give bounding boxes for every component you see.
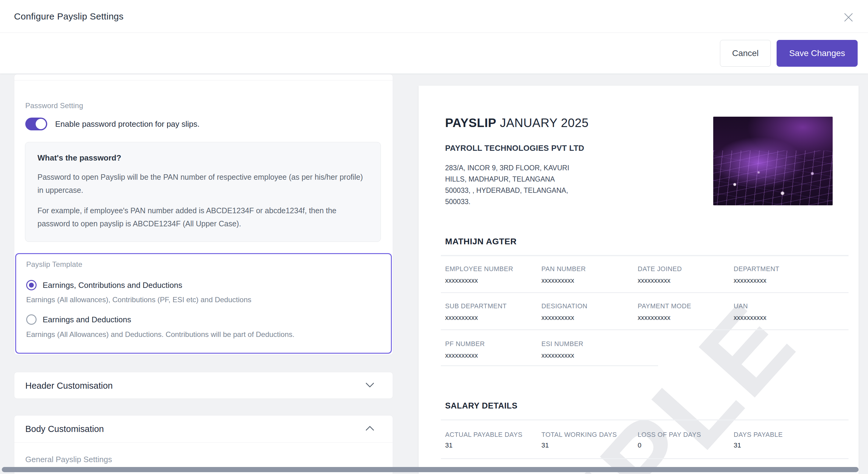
save-changes-button[interactable]: Save Changes [777, 40, 858, 67]
payslip-title-bold: PAYSLIP [445, 116, 496, 129]
general-payslip-settings-item[interactable]: General Payslip Settings [14, 443, 393, 464]
header-customisation-accordion: Header Customisation [14, 372, 393, 399]
field-label: EMPLOYEE NUMBER [445, 265, 513, 273]
salary-value: 31 [445, 441, 453, 449]
company-logo-image [713, 117, 833, 205]
password-settings-card: Password Setting Enable password protect… [14, 74, 393, 355]
cancel-button[interactable]: Cancel [720, 40, 771, 67]
template-option-label: Earnings and Deductions [43, 315, 131, 324]
horizontal-scrollbar[interactable] [2, 467, 859, 472]
divider [441, 365, 658, 366]
field-label: PF NUMBER [445, 340, 485, 348]
accordion-title: Header Customisation [25, 381, 113, 391]
field-label: PAYMENT MODE [638, 303, 691, 310]
toggle-knob [36, 119, 46, 129]
address-line: 283/A, INCOR 9, 3RD FLOOR, KAVURI [445, 162, 579, 173]
divider [441, 458, 848, 459]
salary-label: DAYS PAYABLE [734, 431, 783, 439]
password-protection-label: Enable password protection for pay slips… [55, 119, 199, 129]
password-info-box: What's the password? Password to open Pa… [25, 142, 381, 242]
address-line: HILLS, MADHAPUR, TELANGANA [445, 173, 579, 185]
accordion-title: Body Customisation [25, 424, 104, 434]
chevron-up-icon [365, 425, 374, 432]
radio-selected-icon[interactable] [26, 280, 37, 290]
password-setting-label: Password Setting [25, 101, 83, 110]
divider [441, 329, 848, 330]
address-line: 500033, , HYDERABAD, TELANGANA, [445, 185, 579, 196]
field-value: xxxxxxxxxx [541, 314, 574, 322]
salary-label: TOTAL WORKING DAYS [541, 431, 617, 439]
template-option-description: Earnings (All Allowances) and Deductions… [26, 330, 294, 339]
template-option-description: Earnings (All allowances), Contributions… [26, 295, 251, 304]
divider [441, 292, 848, 293]
company-name: PAYROLL TECHNOLOGIES PVT LTD [445, 144, 584, 153]
template-option-earnings-contributions-deductions[interactable]: Earnings, Contributions and Deductions [26, 280, 182, 290]
body-customisation-accordion: Body Customisation General Payslip Setti… [14, 415, 393, 474]
salary-value: 31 [734, 441, 741, 449]
close-button[interactable] [842, 11, 855, 24]
field-label: DATE JOINED [638, 265, 682, 273]
divider [441, 255, 848, 256]
page-title: Configure Payslip Settings [14, 11, 124, 22]
field-label: UAN [734, 303, 748, 310]
modal-header: Configure Payslip Settings [0, 0, 868, 33]
field-value: xxxxxxxxxx [445, 277, 478, 285]
salary-value: 0 [638, 441, 641, 449]
field-label: ESI NUMBER [541, 340, 583, 348]
field-value: xxxxxxxxxx [734, 314, 767, 322]
field-label: PAN NUMBER [541, 265, 586, 273]
template-option-earnings-deductions[interactable]: Earnings and Deductions [26, 314, 131, 325]
password-protection-row: Enable password protection for pay slips… [25, 118, 199, 130]
close-icon [842, 11, 855, 24]
company-address: 283/A, INCOR 9, 3RD FLOOR, KAVURI HILLS,… [445, 162, 579, 208]
radio-unselected-icon[interactable] [26, 314, 37, 325]
password-info-heading: What's the password? [37, 153, 368, 163]
action-toolbar: Cancel Save Changes [0, 33, 868, 73]
payslip-preview: SAMPLE PAYSLIP JANUARY 2025 PAYROLL TECH… [418, 86, 859, 474]
password-info-text: Password to open Payslip will be the PAN… [37, 170, 368, 197]
field-label: SUB DEPARTMENT [445, 303, 507, 310]
employee-name: MATHIJN AGTER [445, 237, 517, 247]
payslip-title: PAYSLIP JANUARY 2025 [445, 116, 589, 130]
modal-content: Password Setting Enable password protect… [0, 73, 868, 474]
radio-dot [29, 283, 34, 288]
salary-label: LOSS OF PAY DAYS [638, 431, 701, 439]
field-value: xxxxxxxxxx [445, 352, 478, 359]
password-protection-toggle[interactable] [25, 118, 47, 130]
field-value: xxxxxxxxxx [638, 314, 671, 322]
payslip-title-period: JANUARY 2025 [500, 116, 589, 129]
divider [441, 419, 848, 420]
section-divider [14, 80, 393, 81]
template-option-label: Earnings, Contributions and Deductions [43, 281, 182, 290]
configure-payslip-settings-modal: Configure Payslip Settings Cancel Save C… [0, 0, 868, 474]
password-info-example: For example, if employee's PAN number ad… [37, 204, 368, 230]
field-value: xxxxxxxxxx [541, 277, 574, 285]
field-value: xxxxxxxxxx [734, 277, 767, 285]
field-value: xxxxxxxxxx [541, 352, 574, 359]
field-label: DEPARTMENT [734, 265, 779, 273]
field-label: DESIGNATION [541, 303, 587, 310]
salary-details-heading: SALARY DETAILS [445, 401, 518, 411]
chevron-down-icon [365, 382, 374, 389]
payslip-template-section: Payslip Template Earnings, Contributions… [15, 253, 392, 354]
salary-value: 31 [541, 441, 549, 449]
header-customisation-toggle[interactable]: Header Customisation [14, 372, 393, 399]
body-customisation-toggle[interactable]: Body Customisation [14, 415, 393, 442]
salary-label: ACTUAL PAYABLE DAYS [445, 431, 523, 439]
payslip-template-label: Payslip Template [26, 260, 82, 269]
address-line: 500033. [445, 196, 579, 208]
field-value: xxxxxxxxxx [638, 277, 671, 285]
field-value: xxxxxxxxxx [445, 314, 478, 322]
